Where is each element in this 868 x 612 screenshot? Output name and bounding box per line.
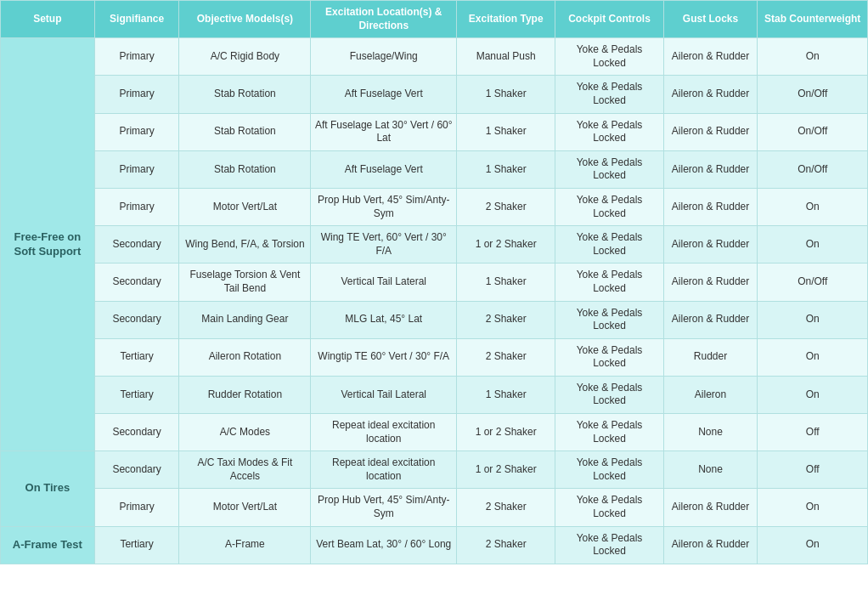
exc-type-cell: Manual Push bbox=[457, 38, 555, 76]
header-cell-5: Cockpit Controls bbox=[555, 1, 663, 38]
gust-cell: Aileron & Rudder bbox=[663, 38, 758, 76]
table-row: SecondaryA/C ModesRepeat ideal excitatio… bbox=[1, 414, 868, 451]
stab-cell: On/Off bbox=[758, 150, 868, 188]
exc-location-cell: Prop Hub Vert, 45° Sim/Anty-Sym bbox=[311, 188, 457, 225]
exc-type-cell: 2 Shaker bbox=[457, 301, 555, 338]
exc-location-cell: Prop Hub Vert, 45° Sim/Anty-Sym bbox=[311, 489, 457, 526]
cockpit-cell: Yoke & Pedals Locked bbox=[555, 489, 663, 526]
objective-cell: A/C Taxi Modes & Fit Accels bbox=[179, 451, 311, 489]
exc-type-cell: 2 Shaker bbox=[457, 489, 555, 526]
stab-cell: On bbox=[758, 338, 868, 376]
gust-cell: Aileron & Rudder bbox=[663, 301, 758, 338]
exc-type-cell: 2 Shaker bbox=[457, 188, 555, 225]
stab-cell: Off bbox=[758, 451, 868, 489]
stab-cell: On/Off bbox=[758, 113, 868, 150]
exc-location-cell: Aft Fuselage Vert bbox=[311, 150, 457, 188]
objective-cell: Aileron Rotation bbox=[179, 338, 311, 376]
exc-type-cell: 2 Shaker bbox=[457, 338, 555, 376]
gust-cell: None bbox=[663, 414, 758, 451]
stab-cell: On bbox=[758, 376, 868, 413]
table-row: Free-Free on Soft SupportPrimaryA/C Rigi… bbox=[1, 38, 868, 76]
objective-cell: Motor Vert/Lat bbox=[179, 188, 311, 225]
exc-location-cell: Repeat ideal excitation location bbox=[311, 451, 457, 489]
table-row: PrimaryMotor Vert/LatProp Hub Vert, 45° … bbox=[1, 489, 868, 526]
table-row: PrimaryStab RotationAft Fuselage Vert1 S… bbox=[1, 150, 868, 188]
exc-type-cell: 1 or 2 Shaker bbox=[457, 226, 555, 264]
header-cell-3: Excitation Location(s) & Directions bbox=[311, 1, 457, 38]
gust-cell: Aileron & Rudder bbox=[663, 226, 758, 264]
gust-cell: Aileron & Rudder bbox=[663, 188, 758, 225]
header-cell-2: Objective Models(s) bbox=[179, 1, 311, 38]
cockpit-cell: Yoke & Pedals Locked bbox=[555, 264, 663, 301]
cockpit-cell: Yoke & Pedals Locked bbox=[555, 451, 663, 489]
header-cell-0: Setup bbox=[1, 1, 95, 38]
exc-location-cell: MLG Lat, 45° Lat bbox=[311, 301, 457, 338]
table-row: TertiaryRudder RotationVertical Tail Lat… bbox=[1, 376, 868, 413]
objective-cell: Stab Rotation bbox=[179, 150, 311, 188]
table-row: SecondaryWing Bend, F/A, & TorsionWing T… bbox=[1, 226, 868, 264]
significance-cell: Secondary bbox=[94, 226, 179, 264]
significance-cell: Primary bbox=[94, 113, 179, 150]
table-row: PrimaryStab RotationAft Fuselage Lat 30°… bbox=[1, 113, 868, 150]
exc-location-cell: Aft Fuselage Lat 30° Vert / 60° Lat bbox=[311, 113, 457, 150]
cockpit-cell: Yoke & Pedals Locked bbox=[555, 338, 663, 376]
exc-type-cell: 1 or 2 Shaker bbox=[457, 414, 555, 451]
exc-location-cell: Fuselage/Wing bbox=[311, 38, 457, 76]
objective-cell: A-Frame bbox=[179, 526, 311, 564]
stab-cell: On bbox=[758, 489, 868, 526]
cockpit-cell: Yoke & Pedals Locked bbox=[555, 113, 663, 150]
gust-cell: Aileron & Rudder bbox=[663, 150, 758, 188]
stab-cell: Off bbox=[758, 414, 868, 451]
exc-location-cell: Vertical Tail Lateral bbox=[311, 376, 457, 413]
exc-location-cell: Vert Beam Lat, 30° / 60° Long bbox=[311, 526, 457, 564]
significance-cell: Primary bbox=[94, 489, 179, 526]
gust-cell: Aileron & Rudder bbox=[663, 264, 758, 301]
gust-cell: Aileron & Rudder bbox=[663, 526, 758, 564]
significance-cell: Secondary bbox=[94, 451, 179, 489]
exc-type-cell: 1 Shaker bbox=[457, 150, 555, 188]
objective-cell: Fuselage Torsion & Vent Tail Bend bbox=[179, 264, 311, 301]
objective-cell: Stab Rotation bbox=[179, 76, 311, 113]
gust-cell: Rudder bbox=[663, 338, 758, 376]
gust-cell: None bbox=[663, 451, 758, 489]
significance-cell: Primary bbox=[94, 38, 179, 76]
significance-cell: Secondary bbox=[94, 301, 179, 338]
exc-location-cell: Vertical Tail Lateral bbox=[311, 264, 457, 301]
cockpit-cell: Yoke & Pedals Locked bbox=[555, 301, 663, 338]
stab-cell: On/Off bbox=[758, 264, 868, 301]
gust-cell: Aileron bbox=[663, 376, 758, 413]
cockpit-cell: Yoke & Pedals Locked bbox=[555, 188, 663, 225]
significance-cell: Primary bbox=[94, 188, 179, 225]
exc-location-cell: Aft Fuselage Vert bbox=[311, 76, 457, 113]
table-row: A-Frame TestTertiaryA-FrameVert Beam Lat… bbox=[1, 526, 868, 564]
table-row: SecondaryMain Landing GearMLG Lat, 45° L… bbox=[1, 301, 868, 338]
exc-location-cell: Wing TE Vert, 60° Vert / 30° F/A bbox=[311, 226, 457, 264]
stab-cell: On bbox=[758, 38, 868, 76]
setup-cell: Free-Free on Soft Support bbox=[1, 38, 95, 451]
exc-type-cell: 2 Shaker bbox=[457, 526, 555, 564]
objective-cell: A/C Rigid Body bbox=[179, 38, 311, 76]
objective-cell: Main Landing Gear bbox=[179, 301, 311, 338]
exc-type-cell: 1 Shaker bbox=[457, 113, 555, 150]
stab-cell: On/Off bbox=[758, 76, 868, 113]
objective-cell: A/C Modes bbox=[179, 414, 311, 451]
significance-cell: Primary bbox=[94, 76, 179, 113]
significance-cell: Primary bbox=[94, 150, 179, 188]
table-row: PrimaryMotor Vert/LatProp Hub Vert, 45° … bbox=[1, 188, 868, 225]
table-row: PrimaryStab RotationAft Fuselage Vert1 S… bbox=[1, 76, 868, 113]
significance-cell: Secondary bbox=[94, 264, 179, 301]
header-cell-1: Signifiance bbox=[94, 1, 179, 38]
exc-type-cell: 1 or 2 Shaker bbox=[457, 451, 555, 489]
objective-cell: Motor Vert/Lat bbox=[179, 489, 311, 526]
objective-cell: Stab Rotation bbox=[179, 113, 311, 150]
cockpit-cell: Yoke & Pedals Locked bbox=[555, 38, 663, 76]
gust-cell: Aileron & Rudder bbox=[663, 76, 758, 113]
cockpit-cell: Yoke & Pedals Locked bbox=[555, 526, 663, 564]
stab-cell: On bbox=[758, 188, 868, 225]
objective-cell: Wing Bend, F/A, & Torsion bbox=[179, 226, 311, 264]
cockpit-cell: Yoke & Pedals Locked bbox=[555, 414, 663, 451]
exc-location-cell: Repeat ideal excitation location bbox=[311, 414, 457, 451]
significance-cell: Tertiary bbox=[94, 526, 179, 564]
table-row: On TiresSecondaryA/C Taxi Modes & Fit Ac… bbox=[1, 451, 868, 489]
table-row: TertiaryAileron RotationWingtip TE 60° V… bbox=[1, 338, 868, 376]
